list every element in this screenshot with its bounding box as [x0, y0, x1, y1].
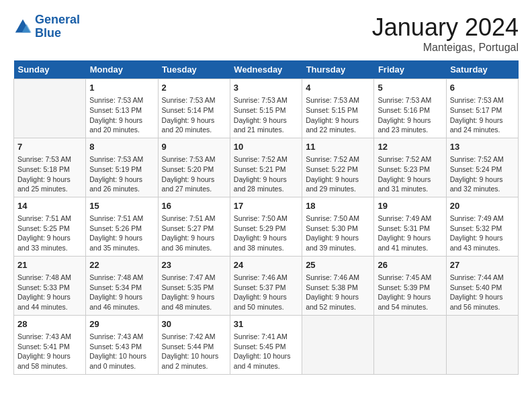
calendar-cell: 8Sunrise: 7:53 AM Sunset: 5:19 PM Daylig…: [86, 138, 158, 197]
day-info: Sunrise: 7:53 AM Sunset: 5:15 PM Dayligh…: [306, 95, 370, 135]
day-info: Sunrise: 7:53 AM Sunset: 5:13 PM Dayligh…: [89, 95, 154, 135]
day-info: Sunrise: 7:46 AM Sunset: 5:37 PM Dayligh…: [234, 273, 298, 312]
calendar-cell: 24Sunrise: 7:46 AM Sunset: 5:37 PM Dayli…: [230, 256, 302, 315]
weekday-header-row: SundayMondayTuesdayWednesdayThursdayFrid…: [14, 60, 519, 79]
day-info: Sunrise: 7:53 AM Sunset: 5:15 PM Dayligh…: [234, 95, 298, 135]
calendar-cell: 25Sunrise: 7:46 AM Sunset: 5:38 PM Dayli…: [302, 256, 374, 315]
day-number: 26: [378, 259, 442, 271]
day-info: Sunrise: 7:42 AM Sunset: 5:44 PM Dayligh…: [162, 332, 226, 371]
calendar-cell: 28Sunrise: 7:43 AM Sunset: 5:41 PM Dayli…: [14, 315, 86, 374]
day-number: 2: [162, 82, 226, 94]
day-info: Sunrise: 7:53 AM Sunset: 5:19 PM Dayligh…: [89, 154, 154, 194]
day-number: 20: [450, 200, 515, 212]
day-number: 24: [234, 259, 298, 271]
calendar-cell: 10Sunrise: 7:52 AM Sunset: 5:21 PM Dayli…: [230, 138, 302, 197]
day-number: 28: [17, 318, 82, 330]
calendar-cell: 11Sunrise: 7:52 AM Sunset: 5:22 PM Dayli…: [302, 138, 374, 197]
day-number: 14: [17, 200, 82, 212]
calendar-cell: 27Sunrise: 7:44 AM Sunset: 5:40 PM Dayli…: [446, 256, 518, 315]
day-number: 31: [234, 318, 298, 330]
logo-line2: Blue: [35, 26, 61, 40]
day-number: 7: [17, 141, 82, 153]
weekday-header-saturday: Saturday: [446, 60, 518, 79]
calendar-table: SundayMondayTuesdayWednesdayThursdayFrid…: [13, 60, 519, 375]
day-number: 11: [306, 141, 370, 153]
day-number: 13: [450, 141, 515, 153]
calendar-week-4: 21Sunrise: 7:48 AM Sunset: 5:33 PM Dayli…: [14, 256, 519, 315]
day-info: Sunrise: 7:41 AM Sunset: 5:45 PM Dayligh…: [234, 332, 298, 371]
day-number: 12: [378, 141, 442, 153]
day-number: 8: [89, 141, 154, 153]
day-info: Sunrise: 7:51 AM Sunset: 5:25 PM Dayligh…: [17, 214, 82, 253]
calendar-cell: 18Sunrise: 7:50 AM Sunset: 5:30 PM Dayli…: [302, 197, 374, 256]
day-info: Sunrise: 7:50 AM Sunset: 5:30 PM Dayligh…: [306, 214, 370, 253]
day-info: Sunrise: 7:48 AM Sunset: 5:34 PM Dayligh…: [89, 273, 154, 312]
calendar-cell: 14Sunrise: 7:51 AM Sunset: 5:25 PM Dayli…: [14, 197, 86, 256]
page-header: General Blue January 2024 Manteigas, Por…: [13, 13, 519, 54]
day-info: Sunrise: 7:45 AM Sunset: 5:39 PM Dayligh…: [378, 273, 442, 312]
calendar-week-1: 1Sunrise: 7:53 AM Sunset: 5:13 PM Daylig…: [14, 79, 519, 138]
day-info: Sunrise: 7:49 AM Sunset: 5:32 PM Dayligh…: [450, 214, 515, 253]
day-number: 3: [234, 82, 298, 94]
calendar-cell: 9Sunrise: 7:53 AM Sunset: 5:20 PM Daylig…: [158, 138, 230, 197]
calendar-cell: 22Sunrise: 7:48 AM Sunset: 5:34 PM Dayli…: [86, 256, 158, 315]
day-number: 10: [234, 141, 298, 153]
calendar-cell: 21Sunrise: 7:48 AM Sunset: 5:33 PM Dayli…: [14, 256, 86, 315]
day-info: Sunrise: 7:47 AM Sunset: 5:35 PM Dayligh…: [162, 273, 226, 312]
day-number: 29: [89, 318, 154, 330]
weekday-header-tuesday: Tuesday: [158, 60, 230, 79]
day-info: Sunrise: 7:53 AM Sunset: 5:16 PM Dayligh…: [378, 95, 442, 135]
day-info: Sunrise: 7:52 AM Sunset: 5:21 PM Dayligh…: [234, 154, 298, 194]
day-info: Sunrise: 7:49 AM Sunset: 5:31 PM Dayligh…: [378, 214, 442, 253]
calendar-week-5: 28Sunrise: 7:43 AM Sunset: 5:41 PM Dayli…: [14, 315, 519, 374]
calendar-cell: 12Sunrise: 7:52 AM Sunset: 5:23 PM Dayli…: [374, 138, 446, 197]
logo-icon: [13, 17, 32, 36]
day-number: 21: [17, 259, 82, 271]
day-info: Sunrise: 7:51 AM Sunset: 5:26 PM Dayligh…: [89, 214, 154, 253]
calendar-week-2: 7Sunrise: 7:53 AM Sunset: 5:18 PM Daylig…: [14, 138, 519, 197]
logo-line1: General: [35, 13, 80, 26]
calendar-cell: 3Sunrise: 7:53 AM Sunset: 5:15 PM Daylig…: [230, 79, 302, 138]
weekday-header-sunday: Sunday: [14, 60, 86, 79]
weekday-header-monday: Monday: [86, 60, 158, 79]
day-info: Sunrise: 7:51 AM Sunset: 5:27 PM Dayligh…: [162, 214, 226, 253]
calendar-cell: [374, 315, 446, 374]
weekday-header-wednesday: Wednesday: [230, 60, 302, 79]
day-info: Sunrise: 7:48 AM Sunset: 5:33 PM Dayligh…: [17, 273, 82, 312]
day-number: 18: [306, 200, 370, 212]
location: Manteigas, Portugal: [372, 42, 519, 54]
day-info: Sunrise: 7:46 AM Sunset: 5:38 PM Dayligh…: [306, 273, 370, 312]
day-number: 16: [162, 200, 226, 212]
day-info: Sunrise: 7:52 AM Sunset: 5:22 PM Dayligh…: [306, 154, 370, 194]
day-info: Sunrise: 7:50 AM Sunset: 5:29 PM Dayligh…: [234, 214, 298, 253]
calendar-cell: 1Sunrise: 7:53 AM Sunset: 5:13 PM Daylig…: [86, 79, 158, 138]
day-number: 1: [89, 82, 154, 94]
calendar-cell: 17Sunrise: 7:50 AM Sunset: 5:29 PM Dayli…: [230, 197, 302, 256]
day-info: Sunrise: 7:44 AM Sunset: 5:40 PM Dayligh…: [450, 273, 515, 312]
weekday-header-friday: Friday: [374, 60, 446, 79]
calendar-cell: 26Sunrise: 7:45 AM Sunset: 5:39 PM Dayli…: [374, 256, 446, 315]
calendar-week-3: 14Sunrise: 7:51 AM Sunset: 5:25 PM Dayli…: [14, 197, 519, 256]
day-number: 6: [450, 82, 515, 94]
calendar-cell: 5Sunrise: 7:53 AM Sunset: 5:16 PM Daylig…: [374, 79, 446, 138]
day-number: 23: [162, 259, 226, 271]
day-number: 30: [162, 318, 226, 330]
day-info: Sunrise: 7:52 AM Sunset: 5:24 PM Dayligh…: [450, 154, 515, 194]
day-info: Sunrise: 7:43 AM Sunset: 5:41 PM Dayligh…: [17, 332, 82, 371]
calendar-cell: 15Sunrise: 7:51 AM Sunset: 5:26 PM Dayli…: [86, 197, 158, 256]
day-number: 5: [378, 82, 442, 94]
weekday-header-thursday: Thursday: [302, 60, 374, 79]
calendar-cell: 29Sunrise: 7:43 AM Sunset: 5:43 PM Dayli…: [86, 315, 158, 374]
calendar-cell: [302, 315, 374, 374]
calendar-cell: 13Sunrise: 7:52 AM Sunset: 5:24 PM Dayli…: [446, 138, 518, 197]
calendar-cell: [446, 315, 518, 374]
day-number: 27: [450, 259, 515, 271]
calendar-cell: 23Sunrise: 7:47 AM Sunset: 5:35 PM Dayli…: [158, 256, 230, 315]
day-number: 22: [89, 259, 154, 271]
month-title: January 2024: [372, 13, 519, 42]
title-block: January 2024 Manteigas, Portugal: [372, 13, 519, 54]
day-info: Sunrise: 7:52 AM Sunset: 5:23 PM Dayligh…: [378, 154, 442, 194]
day-number: 4: [306, 82, 370, 94]
day-number: 25: [306, 259, 370, 271]
calendar-cell: 16Sunrise: 7:51 AM Sunset: 5:27 PM Dayli…: [158, 197, 230, 256]
